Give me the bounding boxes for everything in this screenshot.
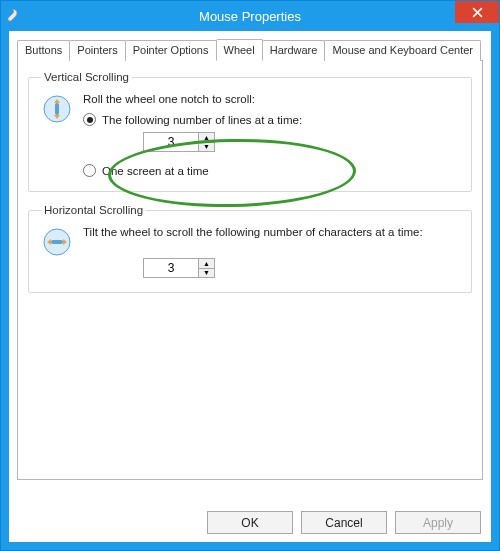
vertical-scrolling-group: Vertical Scrolling Roll the wheel one no… bbox=[28, 71, 472, 192]
tab-panel-wheel: Vertical Scrolling Roll the wheel one no… bbox=[17, 60, 483, 480]
tab-hardware[interactable]: Hardware bbox=[262, 40, 326, 61]
svg-rect-1 bbox=[55, 103, 59, 115]
window-title: Mouse Properties bbox=[1, 9, 499, 24]
svg-rect-3 bbox=[51, 240, 63, 244]
radio-lines[interactable] bbox=[83, 113, 96, 126]
chars-spinner-up[interactable]: ▲ bbox=[199, 259, 214, 269]
radio-screen-row[interactable]: One screen at a time bbox=[83, 164, 461, 177]
horizontal-scrolling-group: Horizontal Scrolling Tilt the wheel to s… bbox=[28, 204, 472, 293]
mouse-properties-window: Mouse Properties Buttons Pointers Pointe… bbox=[0, 0, 500, 551]
radio-lines-row[interactable]: The following number of lines at a time: bbox=[83, 113, 461, 126]
tab-pointers[interactable]: Pointers bbox=[69, 40, 125, 61]
dialog-content: Buttons Pointers Pointer Options Wheel H… bbox=[1, 31, 499, 550]
apply-button[interactable]: Apply bbox=[395, 511, 481, 534]
tab-wheel[interactable]: Wheel bbox=[216, 39, 263, 61]
lines-spinner-input[interactable] bbox=[144, 133, 198, 151]
chars-spinner[interactable]: ▲ ▼ bbox=[143, 258, 215, 278]
horizontal-instruction: Tilt the wheel to scroll the following n… bbox=[83, 226, 461, 238]
tab-strip: Buttons Pointers Pointer Options Wheel H… bbox=[17, 39, 483, 60]
tab-buttons[interactable]: Buttons bbox=[17, 40, 70, 61]
chars-spinner-input[interactable] bbox=[144, 259, 198, 277]
tab-pointer-options[interactable]: Pointer Options bbox=[125, 40, 217, 61]
radio-lines-label: The following number of lines at a time: bbox=[102, 114, 302, 126]
close-button[interactable] bbox=[455, 1, 499, 23]
vertical-instruction: Roll the wheel one notch to scroll: bbox=[83, 93, 461, 105]
chars-spinner-down[interactable]: ▼ bbox=[199, 269, 214, 278]
radio-screen[interactable] bbox=[83, 164, 96, 177]
titlebar: Mouse Properties bbox=[1, 1, 499, 31]
wheel-horizontal-icon bbox=[41, 226, 73, 258]
wheel-vertical-icon bbox=[41, 93, 73, 125]
cancel-button[interactable]: Cancel bbox=[301, 511, 387, 534]
ok-button[interactable]: OK bbox=[207, 511, 293, 534]
horizontal-scrolling-legend: Horizontal Scrolling bbox=[41, 204, 146, 216]
tab-mouse-keyboard-center[interactable]: Mouse and Keyboard Center bbox=[324, 40, 481, 61]
mouse-system-icon bbox=[7, 7, 25, 25]
vertical-scrolling-legend: Vertical Scrolling bbox=[41, 71, 132, 83]
dialog-footer: OK Cancel Apply bbox=[207, 511, 481, 534]
lines-spinner[interactable]: ▲ ▼ bbox=[143, 132, 215, 152]
lines-spinner-down[interactable]: ▼ bbox=[199, 143, 214, 152]
lines-spinner-up[interactable]: ▲ bbox=[199, 133, 214, 143]
radio-screen-label: One screen at a time bbox=[102, 165, 209, 177]
